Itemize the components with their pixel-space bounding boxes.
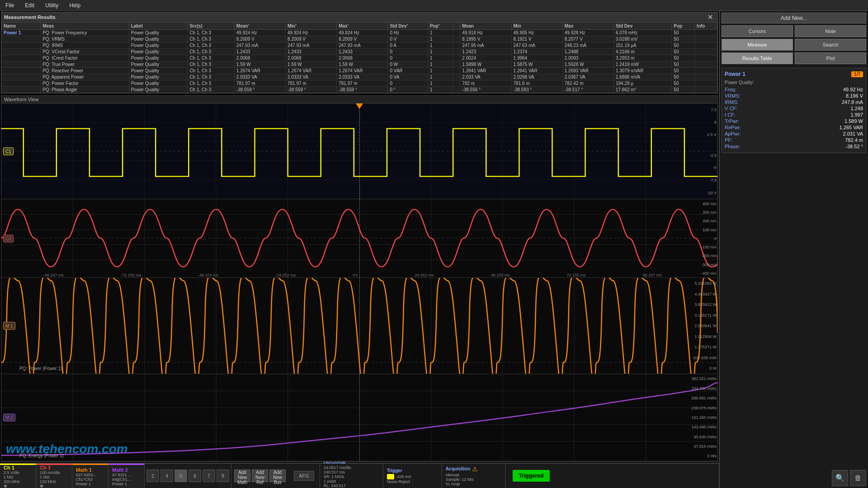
table-cell: 2.0333 VA: [337, 74, 388, 80]
acq-count: 51 Acqs: [446, 482, 501, 486]
table-cell: 49.924 Hz: [286, 30, 337, 36]
search-button[interactable]: Search: [795, 39, 866, 51]
ch3-label[interactable]: C3: [3, 235, 14, 242]
t0: 0's: [353, 273, 358, 277]
menu-utility[interactable]: Utility: [40, 1, 64, 9]
triggered-button[interactable]: Triggered: [513, 470, 550, 482]
math2-info[interactable]: Math 2 47.8151 ... intg(Ch1... Power 1: [108, 464, 145, 488]
power-badge: 1/7: [851, 71, 863, 77]
table-cell: 2.0068: [234, 55, 285, 61]
power-irms-row: IRMS: 247.8 mA: [725, 99, 863, 105]
table-cell: 0: [388, 49, 428, 55]
table-cell: PQ: Power Factor: [41, 80, 129, 87]
add-ref-button[interactable]: AddNewRef: [252, 469, 268, 482]
trigger-section: Trigger -200 mV Noise Reject: [383, 464, 442, 488]
power-repwr-val: 1.265 VAR: [840, 125, 863, 130]
table-cell: [695, 55, 717, 61]
col-mean: Mean: [460, 23, 511, 30]
table-cell: 8.2009 V: [234, 36, 285, 42]
meas-results-close[interactable]: ✕: [706, 14, 715, 21]
add-bus-stack: AddNewBus: [269, 469, 286, 482]
triggered-section: Triggered: [505, 464, 557, 488]
waveform-area: Waveform View: [1, 95, 718, 462]
table-cell: 1.59 W: [286, 61, 337, 68]
power-freq-key: Freq:: [725, 87, 736, 92]
ch-btn-7[interactable]: 7: [203, 469, 215, 482]
pq-power-label: PQ: Power (Power 1): [19, 366, 62, 371]
table-cell: 1.2488: [562, 49, 613, 55]
power-vcf-key: V CF:: [725, 106, 737, 111]
results-table-button[interactable]: Results Table: [722, 52, 793, 64]
table-cell: Ch 1, Ch 3: [188, 36, 234, 42]
col-pop-prime: Pop': [428, 23, 453, 30]
power-trpwr-key: TrPwr:: [725, 118, 739, 124]
table-cell: 1.2674 VAR: [286, 68, 337, 74]
t-48: -48.103 ms: [198, 273, 218, 277]
power-icf-key: I CF:: [725, 112, 736, 117]
table-cell: Power Quality: [129, 68, 188, 74]
menu-edit[interactable]: Edit: [19, 1, 40, 9]
table-cell: [695, 80, 717, 87]
table-cell: 2.033 VA: [460, 74, 511, 80]
table-row: PQ: Apparent PowerPower QualityCh 1, Ch …: [2, 74, 717, 80]
cursors-button[interactable]: Cursors: [722, 25, 793, 37]
waveform-header: Waveform View: [1, 96, 717, 103]
table-cell: 49.928 Hz: [562, 30, 613, 36]
table-cell: [695, 36, 717, 42]
add-math-button[interactable]: AddNewMath: [234, 469, 250, 482]
math1-info[interactable]: Math 1 637.6353... Ch1*Ch3 Power 1: [72, 464, 108, 488]
measure-button[interactable]: Measure: [722, 39, 793, 51]
table-cell: 50: [672, 55, 695, 61]
table-cell: PQ: VRMS: [41, 36, 129, 42]
math2-detail: Power 1: [112, 482, 141, 486]
math2-label: 47.8151 ...: [112, 473, 141, 477]
table-cell: 151.19 µA: [613, 42, 671, 49]
ch-btn-4[interactable]: 4: [160, 469, 173, 482]
table-cell: 781.97 m: [234, 80, 285, 87]
pq-energy-label: PQ: Energy (Power 1): [19, 453, 64, 458]
math2-name: Math 2: [112, 467, 141, 473]
t72: 72.155 ms: [567, 273, 586, 277]
table-cell: 50: [672, 68, 695, 74]
table-cell: [695, 68, 717, 74]
ch1-coupling: 1 MΩ: [4, 475, 32, 479]
note-button[interactable]: Note: [795, 25, 866, 37]
ch-btn-8[interactable]: 8: [217, 469, 229, 482]
time-axis: -96.207 ms -72.155 ms -48.103 ms -24.052…: [15, 273, 690, 277]
math1-panel: M 1 PQ: Power (Power 1) 5.101083 W 4.463…: [1, 278, 717, 374]
menu-file[interactable]: File: [0, 1, 19, 9]
table-cell: 1.59 W: [234, 61, 285, 68]
col-stddev: Std Dev: [613, 23, 671, 30]
m1-label[interactable]: M 1: [3, 322, 15, 330]
table-cell: 3.2953 m: [613, 55, 671, 61]
add-new-button[interactable]: Add New...: [722, 13, 866, 23]
table-cell: PQ: Apparent Power: [41, 74, 129, 80]
table-cell: 1.59 W: [337, 61, 388, 68]
ch-btn-6[interactable]: 6: [189, 469, 201, 482]
table-cell: 2.0068: [337, 55, 388, 61]
afg-button[interactable]: AFG: [294, 471, 314, 481]
table-cell: [695, 30, 717, 36]
ch-btn-5[interactable]: 5: [175, 469, 187, 482]
t48: 48.103 ms: [491, 273, 510, 277]
right-panel: Add New... Cursors Note Measure Search R…: [719, 11, 868, 488]
m2-label[interactable]: M 2: [3, 413, 15, 421]
math1-waveform-svg: [1, 278, 717, 373]
ch1-label[interactable]: C1: [3, 147, 14, 155]
table-cell: 0 °: [388, 87, 428, 93]
ch1-name: Ch 1: [4, 465, 32, 470]
menu-help[interactable]: Help: [64, 1, 86, 9]
ch-btn-2[interactable]: 2: [146, 469, 159, 482]
t24: 24.052 ms: [415, 273, 434, 277]
ch1-info[interactable]: Ch 1 2.5 V/div 1 MΩ 200 MHz ☸: [0, 464, 36, 488]
zoom-icon-button[interactable]: 🔍: [832, 470, 848, 486]
power-trpwr-val: 1.589 W: [844, 118, 863, 124]
table-cell: 1.2674 VAR: [337, 68, 388, 74]
delete-icon-button[interactable]: 🗑: [850, 470, 866, 486]
add-bus-button[interactable]: AddNewBus: [269, 469, 286, 482]
table-cell: Power Quality: [129, 55, 188, 61]
power-irms-val: 247.8 mA: [842, 99, 863, 105]
table-cell: 247.93 mA: [286, 42, 337, 49]
ch3-info[interactable]: Ch 3 100 mA/div 1 MΩ 120 MHz ☸: [36, 464, 72, 488]
plot-button[interactable]: Plot: [795, 52, 866, 64]
